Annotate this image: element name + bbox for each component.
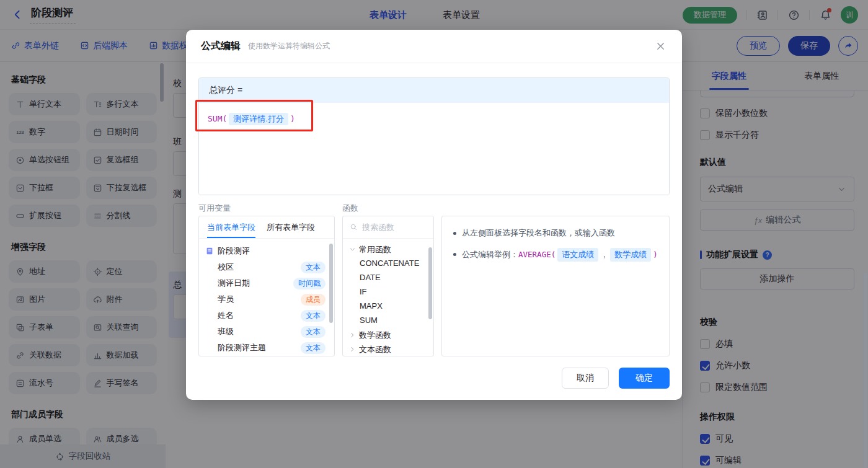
variable-row[interactable]: 阶段测评主题 文本 [199,340,334,356]
variables-panel: 当前表单字段 所有表单字段 阶段测评 校区 文本 测评日期 时间戳 [198,216,335,356]
functions-panel: 搜索函数 常用函数 CONCATENATE DATE IF MAPX SUM 数… [342,216,434,356]
variables-root-label: 阶段测评 [218,245,250,257]
modal-title: 公式编辑 [201,40,241,53]
cancel-button[interactable]: 取消 [562,368,609,389]
example-token-2: 数学成绩 [610,248,651,262]
field-type-badge: 成员 [301,294,326,306]
field-type-badge: 文本 [301,326,326,338]
variable-row[interactable]: 姓名 文本 [199,307,334,324]
variables-scrollbar-thumb[interactable] [329,244,333,323]
variable-row[interactable]: 测评日期 时间戳 [199,275,334,291]
function-group-math[interactable]: 数学函数 [343,328,433,342]
help-line-2: 公式编辑举例： AVERAGE( 语文成绩 ， 数学成绩 ) [462,248,658,262]
close-button[interactable] [653,40,667,53]
function-item-if[interactable]: IF [343,285,433,299]
chevron-right-icon [349,332,356,338]
variable-row[interactable]: 班级 文本 [199,324,334,340]
functions-label: 函数 [342,203,358,214]
formula-expression[interactable]: SUM(测评详情.打分) [199,103,669,195]
variable-row-partial[interactable] [199,356,334,356]
formula-edit-modal: 公式编辑 使用数学运算符编辑公式 总评分 = SUM(测评详情.打分) 可用变量… [186,30,682,400]
page-scrollbar-thumb[interactable] [864,273,867,468]
confirm-button[interactable]: 确定 [619,368,670,389]
function-item-concatenate[interactable]: CONCATENATE [343,257,433,271]
example-token-1: 语文成绩 [557,248,598,262]
example-function-close: ) [653,249,658,261]
function-item-date[interactable]: DATE [343,271,433,285]
variable-row[interactable]: 校区 文本 [199,259,334,275]
variables-label: 可用变量 [198,203,231,214]
field-type-badge: 文本 [301,310,326,322]
tab-all-form-fields[interactable]: 所有表单字段 [267,216,315,238]
form-doc-icon [205,247,214,255]
formula-editor[interactable]: 总评分 = SUM(测评详情.打分) [198,77,670,195]
formula-function-close: ) [290,114,295,123]
chevron-down-icon [349,246,356,253]
search-icon [350,223,358,231]
function-item-sum[interactable]: SUM [343,314,433,328]
function-search-input[interactable]: 搜索函数 [343,216,433,239]
bullet-dot [453,232,456,235]
help-line-1: 从左侧面板选择字段名和函数，或输入函数 [462,227,615,239]
close-icon [656,42,665,51]
example-function-open: AVERAGE( [518,249,556,261]
bullet-dot [453,253,456,256]
field-type-badge: 时间戳 [293,278,326,289]
formula-field-token[interactable]: 测评详情.打分 [229,113,288,125]
variable-row[interactable]: 学员 成员 [199,291,334,307]
formula-function-open: SUM( [208,114,227,123]
functions-scrollbar-thumb[interactable] [428,247,432,319]
tab-current-form-fields[interactable]: 当前表单字段 [207,216,255,238]
formula-target: 总评分 = [199,78,669,103]
field-type-badge: 文本 [301,262,326,273]
function-item-mapx[interactable]: MAPX [343,299,433,314]
search-placeholder: 搜索函数 [362,222,394,233]
modal-subtitle: 使用数学运算符编辑公式 [248,41,330,51]
field-type-badge: 文本 [301,342,326,354]
chevron-right-icon [349,346,356,353]
app-screen: 阶段测评 表单设计 表单设置 数据管理 [0,0,868,468]
variables-tree-root[interactable]: 阶段测评 [199,243,334,259]
help-panel: 从左侧面板选择字段名和函数，或输入函数 公式编辑举例： AVERAGE( 语文成… [441,216,670,356]
function-group-text[interactable]: 文本函数 [343,342,433,356]
function-group-common[interactable]: 常用函数 [343,242,433,257]
